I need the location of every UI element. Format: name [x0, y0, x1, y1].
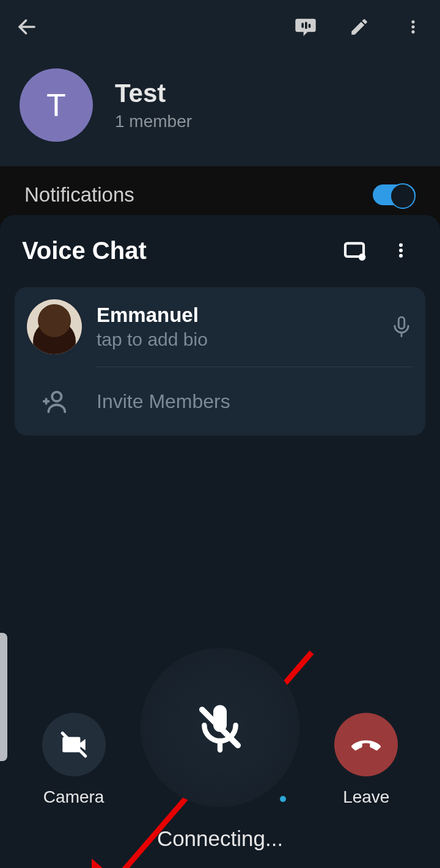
svg-point-5: [411, 25, 414, 28]
microphone-button[interactable]: [141, 648, 299, 807]
svg-rect-2: [305, 22, 307, 29]
group-avatar[interactable]: T: [20, 68, 93, 142]
status-dot: [280, 796, 286, 802]
svg-rect-1: [301, 23, 304, 27]
add-user-icon: [27, 387, 82, 415]
member-subtext: tap to add bio: [97, 329, 390, 350]
voice-chat-header: Voice Chat: [0, 233, 440, 280]
member-name: Emmanuel: [97, 304, 390, 327]
top-bar: [0, 0, 440, 54]
camera-button[interactable]: [42, 713, 106, 776]
group-title: Test: [115, 79, 192, 108]
group-avatar-initial: T: [46, 87, 66, 123]
screen-share-icon[interactable]: [337, 233, 372, 268]
back-icon[interactable]: [12, 12, 42, 42]
svg-rect-12: [398, 317, 405, 329]
members-card: Emmanuel tap to add bio Invite Members: [15, 287, 425, 436]
voice-chat-more-icon[interactable]: [384, 233, 418, 268]
more-icon[interactable]: [398, 12, 428, 42]
voice-chat-title: Voice Chat: [22, 237, 325, 264]
connection-status: Connecting...: [0, 826, 440, 851]
voice-chat-indicator-icon[interactable]: [291, 12, 320, 42]
microphone-icon: [390, 315, 413, 338]
svg-rect-3: [309, 24, 311, 28]
group-subtitle: 1 member: [115, 112, 192, 131]
profile-text: Test 1 member: [115, 79, 192, 131]
camera-label: Camera: [43, 787, 105, 807]
svg-point-4: [411, 20, 414, 23]
call-controls: Camera Leave: [0, 648, 440, 807]
svg-point-8: [359, 253, 366, 261]
notifications-toggle[interactable]: [373, 184, 416, 205]
notifications-row[interactable]: Notifications: [0, 166, 440, 206]
leave-control: Leave: [334, 713, 398, 807]
svg-point-14: [52, 392, 61, 401]
member-info: Emmanuel tap to add bio: [97, 304, 390, 350]
invite-members-row[interactable]: Invite Members: [27, 367, 413, 436]
leave-button[interactable]: [334, 713, 398, 776]
profile-header: T Test 1 member: [0, 54, 440, 166]
scroll-handle[interactable]: [0, 633, 7, 761]
voice-chat-sheet: Voice Chat Emmanuel tap to add bio Invit…: [0, 215, 440, 868]
leave-label: Leave: [343, 787, 389, 807]
member-row[interactable]: Emmanuel tap to add bio: [27, 287, 413, 367]
camera-control: Camera: [42, 713, 106, 807]
svg-point-9: [399, 243, 403, 247]
svg-point-10: [399, 249, 403, 252]
invite-members-label: Invite Members: [97, 390, 230, 413]
svg-point-6: [411, 31, 414, 34]
notifications-label: Notifications: [24, 183, 134, 206]
microphone-control: [141, 648, 299, 807]
edit-icon[interactable]: [345, 12, 374, 42]
svg-point-11: [399, 254, 403, 258]
member-avatar: [27, 299, 82, 354]
